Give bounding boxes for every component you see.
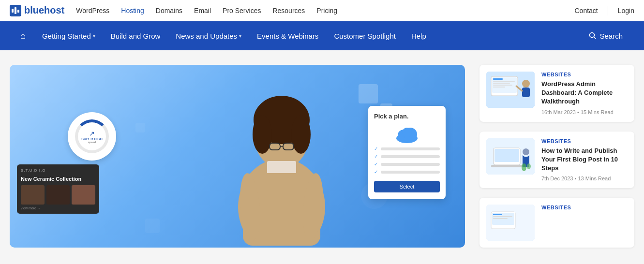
- cloud-container: [374, 125, 440, 146]
- nav-email[interactable]: Email: [194, 7, 211, 15]
- svg-rect-28: [493, 85, 512, 86]
- svg-point-9: [253, 115, 272, 154]
- nav-domains[interactable]: Domains: [156, 7, 182, 15]
- studio-title: New Ceramic Collection: [21, 176, 95, 182]
- blue-nav-news-and-updates[interactable]: News and Updates ▾: [169, 28, 248, 44]
- blue-nav-links: Getting Started ▾ Build and Grow News an…: [35, 28, 579, 44]
- plan-features: ✓ ✓ ✓ ✓: [374, 146, 440, 175]
- select-plan-button[interactable]: Select: [374, 181, 440, 192]
- main-content: S.T.U.D.I.O New Ceramic Collection view …: [0, 50, 644, 262]
- svg-rect-45: [493, 218, 508, 219]
- blue-nav: ⌂ Getting Started ▾ Build and Grow News …: [0, 21, 644, 50]
- plan-feature-3: ✓: [374, 161, 440, 167]
- nav-pro-services[interactable]: Pro Services: [223, 7, 261, 15]
- search-label: Search: [599, 32, 623, 40]
- search-icon: [589, 32, 597, 40]
- svg-rect-36: [491, 165, 523, 167]
- speed-dial-inner: ↗ SUPER HIGH speed: [75, 119, 109, 153]
- view-more-link[interactable]: view more →: [21, 206, 95, 210]
- card-1-title[interactable]: WordPress Admin Dashboard: A Complete Wa…: [541, 80, 628, 106]
- deco-shape-5: [135, 123, 145, 132]
- blue-nav-customer-spotlight[interactable]: Customer Spotlight: [327, 28, 403, 44]
- card-3-thumbnail: [486, 205, 535, 241]
- svg-rect-25: [493, 78, 503, 80]
- person-svg: [219, 72, 344, 246]
- card-1-content: WEBSITES WordPress Admin Dashboard: A Co…: [541, 72, 628, 115]
- card-2-content: WEBSITES How to Write and Publish Your F…: [541, 138, 628, 182]
- check-icon-3: ✓: [374, 161, 378, 167]
- svg-rect-26: [493, 81, 515, 82]
- feature-line-3: [381, 163, 440, 166]
- card-3-category: WEBSITES: [541, 205, 628, 210]
- chevron-down-icon: ▾: [93, 33, 95, 39]
- studio-header: S.T.U.D.I.O: [21, 168, 95, 173]
- card-1-meta: 16th Mar 2023 • 15 Mins Read: [541, 109, 628, 115]
- check-icon-1: ✓: [374, 146, 378, 151]
- deco-shape-1: [359, 84, 378, 103]
- nav-hosting[interactable]: Hosting: [121, 7, 144, 15]
- card-3-content: WEBSITES: [541, 205, 628, 241]
- hero-banner: S.T.U.D.I.O New Ceramic Collection view …: [10, 65, 465, 248]
- sidebar-cards: WEBSITES WordPress Admin Dashboard: A Co…: [479, 65, 634, 248]
- svg-point-30: [522, 80, 530, 88]
- check-icon-2: ✓: [374, 154, 378, 159]
- top-nav-right: Contact Login: [574, 6, 634, 15]
- svg-rect-27: [493, 83, 510, 84]
- blue-nav-help[interactable]: Help: [404, 28, 433, 44]
- card-1-thumbnail: [486, 72, 535, 108]
- nav-login[interactable]: Login: [618, 7, 634, 15]
- blue-nav-events[interactable]: Events & Webinars: [250, 28, 325, 44]
- sidebar-card-3: WEBSITES: [479, 198, 634, 248]
- svg-rect-1: [12, 9, 14, 13]
- card-2-category: WEBSITES: [541, 138, 628, 144]
- cloud-icon: [395, 125, 419, 144]
- svg-rect-2: [15, 7, 16, 14]
- svg-rect-44: [493, 216, 512, 217]
- svg-point-10: [291, 115, 311, 154]
- logo[interactable]: bluehost: [10, 5, 64, 16]
- card-3-illustration: [486, 205, 535, 241]
- studio-img-2: [46, 185, 70, 205]
- card-2-illustration: [486, 138, 535, 175]
- plan-feature-2: ✓: [374, 154, 440, 159]
- top-nav: bluehost WordPress Hosting Domains Email…: [0, 0, 644, 21]
- svg-point-38: [522, 163, 526, 171]
- card-1-category: WEBSITES: [541, 72, 628, 77]
- feature-line-1: [381, 147, 440, 150]
- bluehost-logo-icon: [10, 5, 21, 16]
- speed-dial: ↗ SUPER HIGH speed: [68, 112, 116, 161]
- speed-label: SUPER HIGH: [81, 137, 103, 141]
- home-icon[interactable]: ⌂: [15, 27, 31, 45]
- card-2-meta: 7th Dec 2023 • 13 Mins Read: [541, 176, 628, 181]
- svg-rect-29: [493, 87, 505, 88]
- card-2-title[interactable]: How to Write and Publish Your First Blog…: [541, 147, 628, 173]
- pick-plan-card: Pick a plan. ✓ ✓ ✓: [368, 106, 446, 199]
- nav-contact[interactable]: Contact: [574, 7, 598, 15]
- svg-rect-35: [494, 149, 519, 162]
- deco-shape-4: [145, 219, 160, 233]
- pick-plan-title: Pick a plan.: [374, 113, 440, 120]
- studio-img-1: [21, 185, 45, 205]
- hero-person: [219, 72, 344, 248]
- svg-rect-31: [522, 88, 530, 97]
- nav-wordpress[interactable]: WordPress: [76, 7, 109, 15]
- nav-pricing[interactable]: Pricing: [316, 7, 337, 15]
- sidebar-card-2: WEBSITES How to Write and Publish Your F…: [479, 132, 634, 189]
- logo-text: bluehost: [24, 5, 64, 16]
- svg-rect-3: [17, 10, 19, 13]
- studio-img-3: [72, 185, 95, 205]
- chevron-down-icon-2: ▾: [239, 33, 241, 39]
- svg-rect-43: [493, 214, 502, 215]
- studio-card: S.T.U.D.I.O New Ceramic Collection view …: [17, 164, 99, 214]
- svg-point-21: [402, 128, 412, 137]
- card-1-illustration: [486, 72, 535, 108]
- blue-nav-getting-started[interactable]: Getting Started ▾: [35, 28, 102, 44]
- feature-line-4: [381, 171, 440, 174]
- nav-resources[interactable]: Resources: [272, 7, 305, 15]
- search-button[interactable]: Search: [582, 28, 629, 44]
- plan-feature-1: ✓: [374, 146, 440, 151]
- nav-divider: [608, 6, 608, 15]
- svg-line-5: [594, 37, 596, 39]
- blue-nav-build-and-grow[interactable]: Build and Grow: [104, 28, 167, 44]
- plan-feature-4: ✓: [374, 169, 440, 175]
